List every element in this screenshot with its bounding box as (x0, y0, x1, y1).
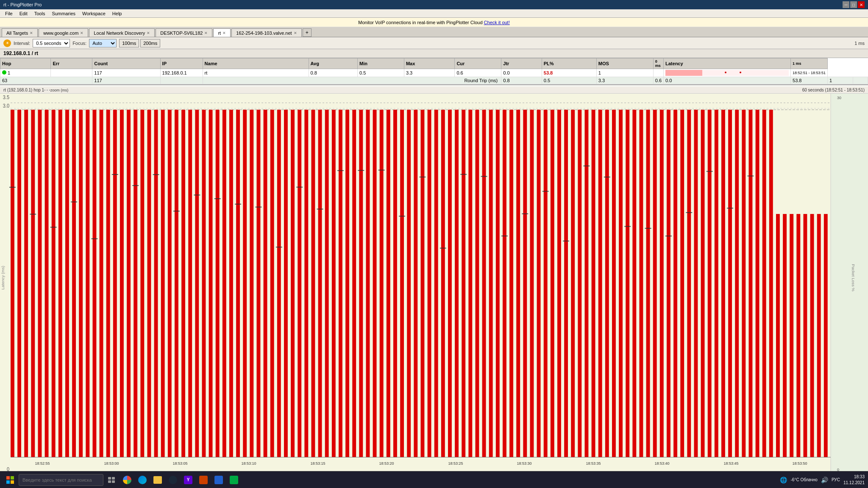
cell-hop-num: 1 (8, 70, 10, 75)
svg-rect-132 (640, 110, 643, 457)
col-cur[interactable]: Cur (455, 58, 501, 69)
tab-close-local[interactable]: ✕ (147, 31, 150, 35)
col-pl[interactable]: PL% (542, 58, 596, 69)
svg-rect-113 (544, 110, 548, 457)
interval-select[interactable]: 0.5 seconds 1 second 2 seconds (33, 39, 70, 47)
menu-tools[interactable]: Tools (31, 10, 49, 17)
title-bar: rt - PingPlotter Pro ─ □ ✕ (0, 0, 868, 9)
time-value-label: 1 ms (854, 41, 865, 46)
svg-rect-33 (134, 110, 137, 457)
col-name[interactable]: Name (203, 58, 309, 69)
svg-rect-136 (660, 110, 664, 457)
promo-link[interactable]: Check it out! (484, 20, 510, 25)
app6[interactable] (212, 473, 225, 487)
app5[interactable] (197, 473, 210, 487)
close-button[interactable]: ✕ (858, 1, 865, 8)
taskbar-search-input[interactable] (19, 474, 103, 486)
yahoo-app[interactable]: Y (181, 473, 195, 487)
clock-time: 18:33 (843, 474, 865, 480)
tab-close-desktop[interactable]: ✕ (204, 31, 208, 35)
cell-avg: 0.8 (309, 69, 357, 77)
tab-desktop[interactable]: DESKTOP-5V6L182 ✕ (156, 28, 212, 37)
svg-rect-35 (140, 110, 144, 457)
svg-rect-80 (373, 110, 377, 457)
time-100ms[interactable]: 100ms (119, 39, 139, 47)
svg-rect-87 (407, 110, 411, 457)
summary-hop: 63 (0, 77, 92, 84)
tab-close-all-targets[interactable]: ✕ (30, 31, 33, 35)
svg-rect-119 (571, 110, 575, 457)
cell-latency (664, 69, 791, 77)
tab-close-google[interactable]: ✕ (80, 31, 83, 35)
svg-rect-25 (93, 110, 97, 457)
col-count[interactable]: Count (92, 58, 160, 69)
svg-rect-144 (701, 110, 705, 457)
col-hop[interactable]: Hop (0, 58, 51, 69)
svg-rect-139 (673, 110, 677, 457)
chrome-app[interactable] (120, 473, 134, 487)
menu-help[interactable]: Help (109, 10, 125, 17)
start-button[interactable] (3, 473, 17, 487)
svg-rect-160 (790, 214, 793, 457)
chart-wrapper[interactable]: 3.5 3.0 0 18:52:55 (0, 94, 868, 471)
svg-rect-92 (434, 110, 438, 457)
svg-rect-137 (667, 110, 670, 457)
svg-rect-189 (108, 480, 111, 483)
tab-close-valve[interactable]: ✕ (294, 31, 297, 35)
tab-rt[interactable]: rt ✕ (213, 28, 231, 37)
col-latency[interactable]: Latency (664, 58, 791, 69)
svg-text:18:53:35: 18:53:35 (586, 460, 601, 465)
summary-cur: 0.6 (653, 77, 663, 84)
svg-rect-1 (831, 94, 868, 471)
edge-app[interactable] (136, 473, 149, 487)
svg-rect-125 (605, 110, 609, 457)
col-min[interactable]: Min (358, 58, 404, 69)
summary-avg: 0.8 (501, 77, 542, 84)
svg-rect-117 (564, 110, 568, 457)
col-1ms: 1 ms (791, 58, 828, 69)
cell-mos: 1 (596, 69, 653, 77)
window-controls: ─ □ ✕ (843, 1, 865, 8)
summary-count: 117 (92, 77, 160, 84)
windows-icon (6, 476, 14, 484)
toolbar-status-icons: ☀ (3, 39, 11, 47)
steam-app[interactable] (166, 473, 180, 487)
time-200ms[interactable]: 200ms (140, 39, 160, 47)
menu-workspace[interactable]: Workspace (79, 10, 109, 17)
col-mos[interactable]: MOS (596, 58, 653, 69)
taskbar: Y 🌐 -6°C Облачно 🔊 РУС 18:33 11.12.2021 (0, 471, 868, 488)
menu-file[interactable]: File (2, 10, 16, 17)
tab-local-network[interactable]: Local Network Discovery ✕ (89, 28, 155, 37)
menu-edit[interactable]: Edit (16, 10, 31, 17)
col-ip[interactable]: IP (160, 58, 203, 69)
col-jtr[interactable]: Jtr (501, 58, 542, 69)
svg-rect-120 (578, 110, 581, 457)
table-row: 1 117 192.168.0.1 rt 0.8 0.5 3.3 0.6 0.0… (0, 69, 868, 77)
tab-close-rt[interactable]: ✕ (223, 31, 226, 35)
explorer-app[interactable] (151, 473, 164, 487)
svg-text:18:53:50: 18:53:50 (793, 460, 807, 465)
minimize-button[interactable]: ─ (843, 1, 849, 8)
maximize-button[interactable]: □ (850, 1, 857, 8)
col-avg[interactable]: Avg (309, 58, 357, 69)
col-max[interactable]: Max (404, 58, 455, 69)
svg-text:3.0: 3.0 (3, 103, 9, 108)
tab-valve[interactable]: 162-254-198-103.valve.net ✕ (231, 28, 301, 37)
svg-rect-100 (476, 110, 479, 457)
svg-rect-75 (345, 110, 349, 457)
col-err[interactable]: Err (51, 58, 92, 69)
svg-rect-48 (209, 110, 213, 457)
add-tab-button[interactable]: + (303, 28, 312, 37)
tab-google[interactable]: www.google.com ✕ (39, 28, 88, 37)
svg-rect-68 (312, 110, 315, 457)
svg-rect-128 (619, 110, 623, 457)
svg-text:18:53:05: 18:53:05 (173, 460, 188, 465)
app7[interactable] (227, 473, 241, 487)
task-view-button[interactable] (105, 473, 119, 487)
tab-all-targets[interactable]: All Targets ✕ (2, 28, 38, 37)
clock[interactable]: 18:33 11.12.2021 (843, 474, 865, 486)
cell-name: rt (203, 69, 309, 77)
svg-rect-28 (106, 110, 110, 457)
menu-summaries[interactable]: Summaries (48, 10, 79, 17)
focus-select[interactable]: Auto Manual (89, 39, 117, 47)
